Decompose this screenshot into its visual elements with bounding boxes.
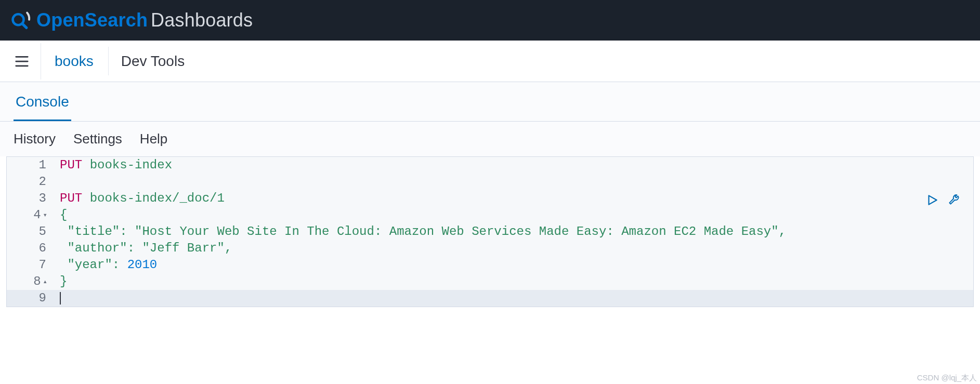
brand-search: Search — [85, 9, 148, 31]
fold-open-icon[interactable]: ▾ — [43, 207, 47, 223]
line-number: 8▴ — [7, 273, 51, 290]
text-cursor — [60, 292, 61, 304]
code-line[interactable]: "title": "Host Your Web Site In The Clou… — [51, 223, 973, 240]
editor-line: 8▴ } — [7, 273, 973, 290]
code-line[interactable]: "year": 2010 — [51, 257, 973, 273]
tab-console[interactable]: Console — [14, 82, 71, 121]
fold-close-icon[interactable]: ▴ — [43, 273, 47, 290]
brand-text: OpenSearchDashboards — [36, 9, 253, 31]
line-number: 9 — [7, 290, 51, 307]
code-line[interactable]: PUT books-index — [51, 157, 973, 174]
hamburger-icon — [14, 54, 30, 69]
line-number: 3 — [7, 190, 51, 207]
toolbar-help[interactable]: Help — [140, 131, 167, 147]
app-header: OpenSearchDashboards — [0, 0, 980, 41]
breadcrumb-link-books[interactable]: books — [49, 53, 99, 70]
nav-toggle-button[interactable] — [9, 49, 34, 74]
console-toolbar: History Settings Help — [0, 122, 980, 156]
line-number: 1 — [7, 157, 51, 174]
code-line[interactable] — [51, 174, 973, 190]
brand-dashboards: Dashboards — [151, 9, 253, 31]
editor-line: 1 PUT books-index — [7, 157, 973, 174]
line-number: 6 — [7, 240, 51, 257]
opensearch-logo-icon — [9, 9, 31, 31]
editor-line: 3 PUT books-index/_doc/1 — [7, 190, 973, 207]
request-editor[interactable]: 1 PUT books-index 2 3 PUT books-index/_d… — [6, 156, 974, 307]
editor-line: 7 "year": 2010 — [7, 257, 973, 273]
line-number: 5 — [7, 223, 51, 240]
line-number: 7 — [7, 257, 51, 273]
line-number: 4▾ — [7, 207, 51, 223]
brand-open: Open — [36, 9, 85, 31]
editor-line: 4▾ { — [7, 207, 973, 223]
code-line[interactable]: { — [51, 207, 973, 223]
brand-logo: OpenSearchDashboards — [9, 9, 253, 31]
code-line[interactable] — [51, 290, 973, 307]
toolbar-settings[interactable]: Settings — [73, 131, 122, 147]
editor-line: 2 — [7, 174, 973, 190]
editor-line: 6 "author": "Jeff Barr", — [7, 240, 973, 257]
editor-line: 9 — [7, 290, 973, 307]
toolbar-history[interactable]: History — [14, 131, 56, 147]
breadcrumb-current: Dev Tools — [118, 53, 188, 70]
divider — [108, 47, 109, 75]
editor-line: 5 "title": "Host Your Web Site In The Cl… — [7, 223, 973, 240]
code-line[interactable]: PUT books-index/_doc/1 — [51, 190, 973, 207]
breadcrumb-bar: books Dev Tools — [0, 41, 980, 82]
line-number: 2 — [7, 174, 51, 190]
tabs-row: Console — [0, 82, 980, 122]
code-line[interactable]: } — [51, 273, 973, 290]
divider — [41, 43, 41, 80]
code-line[interactable]: "author": "Jeff Barr", — [51, 240, 973, 257]
